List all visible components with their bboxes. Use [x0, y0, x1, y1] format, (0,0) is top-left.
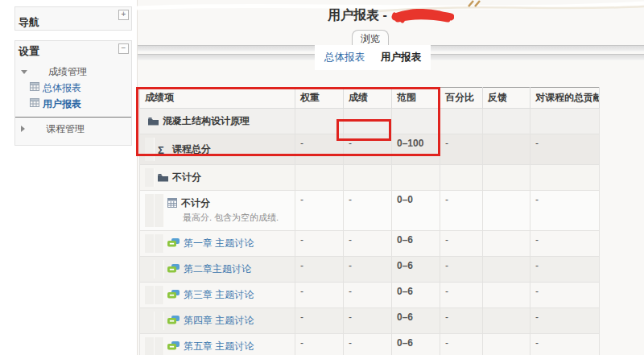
- page-title-text: 用户报表 -: [328, 7, 387, 24]
- grade-item-label: 混凝土结构设计原理: [163, 115, 250, 126]
- chevron-down-icon: [21, 70, 27, 74]
- grade-item-label: 不计分: [181, 197, 210, 208]
- grade-cell: -: [344, 334, 392, 355]
- indent-guide: [145, 286, 155, 304]
- contribution-cell: -: [530, 134, 600, 165]
- sidebar-item-user-report[interactable]: 用户报表: [15, 96, 131, 112]
- grade-item-link[interactable]: 第四章 主题讨论: [184, 315, 254, 326]
- feedback-cell: [483, 257, 530, 283]
- feedback-cell: [483, 165, 530, 191]
- indent-guide: [145, 194, 155, 227]
- table-row: 不计分最高分. 包含为空的成绩.--0–0--: [140, 191, 600, 231]
- dock-icon[interactable]: +: [118, 10, 129, 20]
- folder-icon: [158, 173, 168, 184]
- table-header-row: 成绩项 权重 成绩 范围 百分比 反馈 对课程的总贡献: [140, 88, 600, 109]
- table-row: 第二章主题讨论--0–6--: [140, 257, 600, 283]
- indent-guide: [155, 312, 164, 330]
- sidebar-item-course-management[interactable]: 课程管理: [15, 121, 131, 137]
- indent-guide: [155, 286, 164, 304]
- contribution-cell: [530, 165, 600, 191]
- grade-cell: -: [344, 231, 392, 257]
- percentage-cell: -: [440, 134, 483, 165]
- grade-cell: [344, 165, 392, 191]
- settings-block: − 设置 成绩管理 总体报表 用户报表 课程管理: [14, 40, 132, 146]
- settings-block-title: 设置: [15, 41, 131, 60]
- feedback-cell: [483, 308, 530, 334]
- col-percentage: 百分比: [440, 88, 483, 109]
- col-feedback: 反馈: [483, 88, 530, 109]
- grade-cell: -: [344, 134, 392, 165]
- sidebar-link-user-report[interactable]: 用户报表: [43, 97, 81, 111]
- indent-guide: [145, 260, 155, 279]
- sidebar-item-overall-report[interactable]: 总体报表: [15, 80, 131, 96]
- range-cell: 0–0: [392, 191, 440, 231]
- grade-item-cell: 第二章主题讨论: [140, 257, 295, 283]
- contribution-cell: -: [530, 231, 600, 257]
- calculator-icon: [167, 198, 177, 210]
- navigation-block-title: 导航: [15, 7, 131, 31]
- contribution-cell: -: [530, 191, 600, 231]
- grade-item-cell: 混凝土结构设计原理: [140, 109, 295, 134]
- report-subtabs: 总体报表 用户报表: [315, 45, 431, 70]
- sidebar-divider: [15, 117, 131, 118]
- range-cell: [392, 165, 440, 191]
- grade-cell: -: [344, 283, 392, 308]
- grade-item-link[interactable]: 第五章 主题讨论: [184, 341, 254, 352]
- range-cell: 0–6: [392, 283, 440, 308]
- indent-guide: [155, 260, 164, 279]
- grade-report-icon: [30, 98, 39, 109]
- contribution-cell: -: [530, 257, 600, 283]
- col-range: 范围: [392, 88, 440, 109]
- grade-item-label: 课程总分: [172, 143, 211, 155]
- grade-item-cell: 第四章 主题讨论: [140, 308, 295, 334]
- table-row: 不计分: [140, 165, 600, 191]
- grade-item-link[interactable]: 第三章 主题讨论: [184, 289, 254, 300]
- tab-overall-report[interactable]: 总体报表: [324, 51, 365, 64]
- contribution-cell: [530, 109, 600, 134]
- percentage-cell: [440, 109, 483, 134]
- indent-guide: [155, 194, 164, 227]
- table-row: Σ课程总分--0–100--: [140, 134, 600, 165]
- grade-item-link[interactable]: 第一章 主题讨论: [184, 237, 254, 249]
- weight-cell: [295, 165, 344, 191]
- collapse-icon[interactable]: −: [118, 43, 129, 54]
- sidebar-item-grade-management[interactable]: 成绩管理: [15, 64, 131, 80]
- table-row: 第三章 主题讨论--0–6--: [140, 283, 600, 308]
- table-row: 第五章 主题讨论--0–6--: [140, 334, 600, 355]
- weight-cell: -: [295, 134, 344, 165]
- folder-icon: [148, 117, 159, 128]
- range-cell: 0–6: [392, 308, 440, 334]
- main-content: 用户报表 - 浏览 总体报表 用户报表 成绩项 权重 成绩 范围 百分比 反馈 …: [137, 0, 644, 355]
- feedback-cell: [483, 231, 530, 257]
- indent-guide: [145, 312, 155, 330]
- sidebar-link-overall-report[interactable]: 总体报表: [43, 81, 81, 95]
- forum-icon: [167, 316, 180, 328]
- grade-cell: [344, 109, 392, 134]
- tab-browse[interactable]: 浏览: [352, 30, 389, 46]
- feedback-cell: [483, 334, 530, 355]
- page-title: 用户报表 -: [138, 7, 644, 24]
- tab-user-report[interactable]: 用户报表: [381, 51, 421, 64]
- feedback-cell: [483, 134, 530, 165]
- sidebar-item-label: 课程管理: [46, 122, 85, 136]
- sigma-icon: Σ: [158, 144, 168, 156]
- range-cell: 0–6: [392, 334, 440, 355]
- weight-cell: [295, 109, 344, 134]
- range-cell: 0–6: [392, 231, 440, 257]
- col-grade: 成绩: [344, 88, 392, 109]
- grade-item-link[interactable]: 第二章主题讨论: [184, 263, 251, 275]
- percentage-cell: -: [440, 283, 483, 308]
- grade-item-cell: 不计分最高分. 包含为空的成绩.: [140, 191, 295, 231]
- grade-cell: -: [344, 308, 392, 334]
- weight-cell: -: [295, 231, 344, 257]
- weight-cell: -: [295, 283, 344, 308]
- forum-icon: [167, 341, 180, 353]
- feedback-cell: [483, 191, 530, 231]
- forum-icon: [167, 290, 180, 302]
- chevron-right-icon: [21, 126, 25, 132]
- grade-item-label: 不计分: [172, 171, 201, 183]
- weight-cell: -: [295, 191, 344, 231]
- table-row: 第四章 主题讨论--0–6--: [140, 308, 600, 334]
- col-grade-item: 成绩项: [140, 88, 295, 109]
- contribution-cell: -: [530, 283, 600, 308]
